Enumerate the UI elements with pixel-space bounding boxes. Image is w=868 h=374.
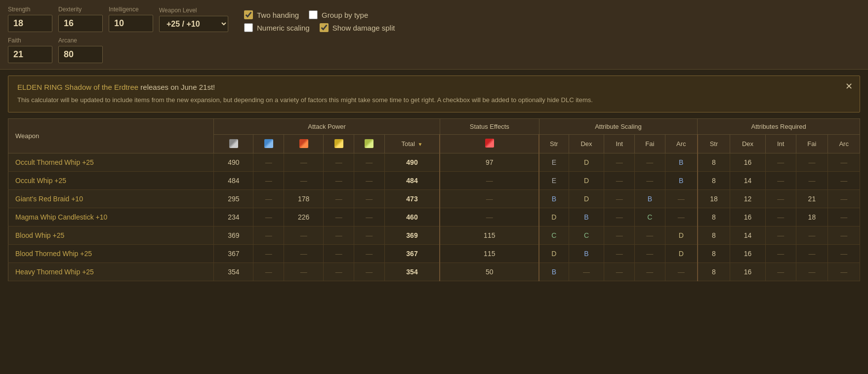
fire-damage: — — [284, 171, 324, 189]
show-damage-split-checkbox[interactable] — [320, 23, 329, 32]
phys-damage: 484 — [214, 171, 253, 189]
status-effect: 115 — [440, 244, 539, 262]
weapon-name[interactable]: Occult Thorned Whip +25 — [8, 153, 214, 171]
weapon-name[interactable]: Blood Thorned Whip +25 — [8, 244, 214, 262]
mag-damage: — — [253, 153, 284, 171]
strength-label: Strength — [8, 6, 52, 13]
req-dex: 14 — [730, 226, 766, 244]
req-fai: — — [796, 153, 828, 171]
scale-dex: — — [569, 262, 604, 281]
two-handing-checkbox-item[interactable]: Two handing — [244, 10, 299, 19]
magic-damage-icon — [264, 139, 273, 148]
total-damage: 490 — [384, 153, 440, 171]
req-str: 8 — [698, 208, 730, 226]
table-row: Heavy Thorned Whip +25 354 — — — — 354 5… — [8, 262, 860, 281]
req-arc: — — [828, 153, 860, 171]
light-damage: — — [324, 171, 354, 189]
attribute-scaling-header: Attribute Scaling — [539, 118, 698, 134]
two-handing-label: Two handing — [257, 11, 299, 19]
strength-input[interactable] — [8, 15, 52, 32]
req-dex: 14 — [730, 171, 766, 189]
req-dex: 16 — [730, 244, 766, 262]
light-damage: — — [324, 244, 354, 262]
req-arc: — — [828, 226, 860, 244]
banner-link[interactable]: ELDEN RING Shadow of the Erdtree — [17, 83, 138, 91]
total-header[interactable]: Total ▼ — [384, 134, 440, 153]
total-damage: 473 — [384, 189, 440, 208]
scale-arc: D — [665, 244, 698, 262]
mag-damage: — — [253, 189, 284, 208]
fire-damage: — — [284, 262, 324, 281]
req-str: 8 — [698, 244, 730, 262]
holy-icon-header — [354, 134, 384, 153]
total-sort-arrow: ▼ — [418, 142, 423, 147]
weapon-name[interactable]: Giant's Red Braid +10 — [8, 189, 214, 208]
table-row: Blood Whip +25 369 — — — — 369 115 C C —… — [8, 226, 860, 244]
faith-field: Faith — [8, 37, 52, 63]
holy-damage: — — [354, 226, 384, 244]
show-damage-split-checkbox-item[interactable]: Show damage split — [320, 23, 395, 32]
req-dex: 12 — [730, 189, 766, 208]
req-arc: — — [828, 244, 860, 262]
dexterity-label: Dexterity — [58, 6, 103, 13]
req-fai: 21 — [796, 189, 828, 208]
req-int: — — [765, 171, 796, 189]
strength-field: Strength — [8, 6, 52, 32]
stats-row-1: Strength Dexterity Intelligence Weapon L… — [8, 6, 860, 32]
holy-damage: — — [354, 262, 384, 281]
holy-damage: — — [354, 208, 384, 226]
group-by-type-checkbox[interactable] — [309, 10, 318, 19]
arcane-label: Arcane — [58, 37, 103, 44]
scale-int: — — [604, 189, 635, 208]
banner-close-button[interactable]: ✕ — [845, 81, 853, 92]
scale-dex: D — [569, 171, 604, 189]
faith-label: Faith — [8, 37, 52, 44]
checkbox-row-1: Two handing Group by type — [244, 10, 395, 19]
holy-damage: — — [354, 189, 384, 208]
show-damage-split-label: Show damage split — [332, 24, 395, 32]
phys-damage: 369 — [214, 226, 253, 244]
req-fai: — — [796, 171, 828, 189]
scale-arc: B — [665, 153, 698, 171]
holy-damage-icon — [365, 139, 373, 148]
status-icon-header — [440, 134, 539, 153]
light-damage: — — [324, 226, 354, 244]
arcane-input[interactable] — [58, 46, 103, 63]
light-damage: — — [324, 208, 354, 226]
status-damage-icon — [485, 139, 494, 148]
scale-dex: C — [569, 226, 604, 244]
faith-input[interactable] — [8, 46, 52, 63]
mag-damage: — — [253, 226, 284, 244]
scale-dex-header: Dex — [569, 134, 604, 153]
scale-dex: B — [569, 244, 604, 262]
dexterity-input[interactable] — [58, 15, 103, 32]
arcane-field: Arcane — [58, 37, 103, 63]
weapon-name[interactable]: Blood Whip +25 — [8, 226, 214, 244]
req-str: 8 — [698, 171, 730, 189]
scale-int: — — [604, 208, 635, 226]
scale-int: — — [604, 153, 635, 171]
req-int: — — [765, 153, 796, 171]
fire-damage: 178 — [284, 189, 324, 208]
weapon-name[interactable]: Magma Whip Candlestick +10 — [8, 208, 214, 226]
fire-damage: — — [284, 244, 324, 262]
phys-damage-icon — [229, 139, 238, 148]
group-by-type-checkbox-item[interactable]: Group by type — [309, 10, 368, 19]
req-dex-header: Dex — [730, 134, 766, 153]
weapon-level-select[interactable]: +25 / +10 +25 / +9 +24 / +9 +20 / +8 — [159, 16, 228, 32]
scale-str: D — [539, 244, 569, 262]
intelligence-input[interactable] — [109, 15, 153, 32]
numeric-scaling-checkbox-item[interactable]: Numeric scaling — [244, 23, 310, 32]
table-row: Occult Thorned Whip +25 490 — — — — 490 … — [8, 153, 860, 171]
light-damage: — — [324, 153, 354, 171]
numeric-scaling-checkbox[interactable] — [244, 23, 253, 32]
table-row: Magma Whip Candlestick +10 234 — 226 — —… — [8, 208, 860, 226]
scale-arc: B — [665, 171, 698, 189]
attributes-required-header: Attributes Required — [698, 118, 860, 134]
two-handing-checkbox[interactable] — [244, 10, 253, 19]
top-bar: Strength Dexterity Intelligence Weapon L… — [0, 0, 868, 70]
stats-row-2: Faith Arcane — [8, 37, 860, 63]
weapon-name[interactable]: Heavy Thorned Whip +25 — [8, 262, 214, 281]
scale-fai: C — [634, 208, 665, 226]
weapon-name[interactable]: Occult Whip +25 — [8, 171, 214, 189]
